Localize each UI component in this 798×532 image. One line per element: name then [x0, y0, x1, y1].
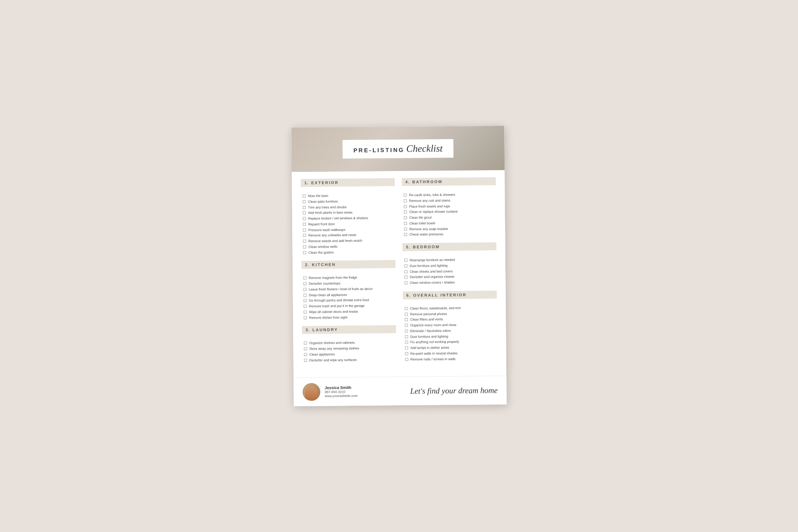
checkbox[interactable]: [303, 251, 306, 254]
laundry-title: LAUNDRY: [313, 327, 338, 332]
checkbox[interactable]: [304, 358, 307, 361]
overall-interior-header: 6. OVERALL INTERIOR: [403, 291, 497, 299]
item-text: Trim any trees and shrubs: [308, 205, 347, 210]
checkbox[interactable]: [303, 200, 306, 203]
checkbox[interactable]: [304, 353, 307, 356]
checkbox[interactable]: [404, 281, 407, 284]
checkbox[interactable]: [304, 293, 307, 296]
checkbox[interactable]: [405, 341, 408, 344]
item-text: Remove nails / screws in walls: [411, 357, 456, 361]
checkbox[interactable]: [303, 276, 306, 280]
item-text: Organize every room and close: [410, 323, 456, 328]
checkbox[interactable]: [405, 318, 408, 321]
checkbox[interactable]: [304, 347, 307, 350]
list-item: Clean appliances: [304, 352, 395, 357]
checkbox[interactable]: [404, 194, 407, 197]
item-text: Clean sheets and bed covers: [410, 269, 453, 274]
kitchen-number: 2.: [305, 263, 309, 267]
agent-website: www.yourwebsite.com: [325, 394, 358, 398]
header-title-box: PRE-LISTING Checklist: [343, 139, 454, 159]
exterior-number: 1.: [304, 181, 309, 185]
checkbox[interactable]: [303, 240, 306, 243]
checkbox[interactable]: [404, 276, 407, 279]
checkbox[interactable]: [404, 233, 407, 236]
item-text: Remove any rust and stains: [409, 198, 450, 203]
item-text: Remove weeds and add fresh mulch: [308, 239, 362, 244]
checkbox[interactable]: [303, 287, 306, 291]
agent-phone: 987-654-3210: [325, 390, 357, 394]
checkbox[interactable]: [304, 310, 307, 313]
checkbox[interactable]: [303, 222, 306, 225]
item-text: Clean appliances: [309, 352, 335, 357]
checkbox[interactable]: [303, 206, 306, 209]
item-text: Declutter and organize closets: [410, 275, 454, 280]
item-text: Clean tile grout: [409, 215, 432, 220]
list-item: Clean or replace shower curtains: [404, 209, 494, 214]
checkbox[interactable]: [304, 316, 307, 319]
checkbox[interactable]: [404, 264, 407, 267]
laundry-number: 3.: [305, 328, 310, 332]
item-text: Pressure wash walkways: [308, 227, 345, 232]
checkbox[interactable]: [405, 329, 408, 332]
list-item: Mow the lawn: [303, 193, 393, 198]
checkbox[interactable]: [304, 299, 307, 302]
checkbox[interactable]: [405, 307, 408, 310]
list-item: Fix anything not working properly: [405, 339, 495, 345]
list-item: Add lamps in darker areas: [405, 345, 496, 350]
checkbox[interactable]: [405, 312, 408, 315]
list-item: Repaint front door: [303, 221, 393, 227]
item-text: Check water pressures: [409, 232, 443, 237]
checkbox[interactable]: [404, 199, 407, 202]
kitchen-items: Remove magnets from the fridge Declutter…: [301, 275, 396, 320]
checkbox[interactable]: [405, 346, 408, 349]
list-item: Declutter countertops: [303, 281, 394, 286]
checkbox[interactable]: [405, 335, 408, 338]
checkbox[interactable]: [303, 245, 306, 248]
item-text: Deep-clean all appliances: [309, 292, 347, 297]
item-text: Leave fresh flowers / bowl of fruits as …: [309, 287, 372, 291]
section-laundry: 3. LAUNDRY Organize shelves and cabinets…: [302, 325, 396, 362]
overall-interior-number: 6.: [407, 293, 411, 297]
checkbox[interactable]: [404, 210, 407, 214]
item-text: Clean patio furniture: [308, 199, 338, 204]
checkbox[interactable]: [404, 270, 407, 273]
kitchen-header: 2. KITCHEN: [301, 260, 395, 269]
list-item: Add fresh plants in bare areas: [303, 210, 393, 215]
bathroom-number: 4.: [405, 180, 410, 184]
prelisting-text: PRE-LISTING: [353, 147, 404, 154]
checkbox[interactable]: [404, 259, 407, 262]
checkbox[interactable]: [405, 357, 408, 361]
checkbox[interactable]: [303, 211, 306, 214]
checkbox[interactable]: [303, 234, 306, 237]
list-item: Remove any rust and stains: [404, 198, 494, 203]
item-text: Remove personal photos: [410, 311, 447, 316]
item-text: Clean floors, baseboards, and trim: [410, 306, 461, 311]
list-item: Declutter and organize closets: [404, 274, 495, 280]
checkbox[interactable]: [404, 221, 407, 225]
checkbox[interactable]: [404, 205, 407, 208]
list-item: Remove weeds and add fresh mulch: [303, 238, 393, 244]
checkbox[interactable]: [304, 342, 307, 345]
checkbox[interactable]: [405, 352, 408, 355]
item-text: Declutter countertops: [309, 281, 340, 286]
checkbox[interactable]: [303, 228, 306, 231]
list-item: Remove trash and put it in the garage: [304, 303, 394, 309]
list-item: Re-paint walls in neutral shades: [405, 351, 496, 356]
list-item: Dust furniture and lighting: [404, 263, 495, 268]
item-text: Clean the gutters: [309, 250, 334, 255]
item-text: Add lamps in darker areas: [411, 346, 450, 350]
list-item: Clean the gutters: [303, 249, 394, 255]
checkbox[interactable]: [303, 194, 306, 198]
checkbox[interactable]: [303, 282, 306, 285]
item-text: Dust furniture and lighting: [410, 334, 448, 338]
bedroom-items: Rearrange furniture as needed Dust furni…: [403, 257, 497, 285]
checkbox[interactable]: [303, 217, 306, 220]
bedroom-number: 5.: [406, 245, 411, 249]
checkbox[interactable]: [404, 227, 407, 230]
checkbox[interactable]: [404, 216, 407, 219]
agent-details: Jessica Smith 987-654-3210 www.yourwebsi…: [325, 385, 357, 398]
checkbox[interactable]: [405, 324, 408, 327]
bathroom-items: Re-caulk sinks, tubs & showers Remove an…: [402, 192, 497, 237]
checkbox[interactable]: [304, 305, 307, 308]
list-item: Remove any cobwebs and nests: [303, 233, 393, 238]
